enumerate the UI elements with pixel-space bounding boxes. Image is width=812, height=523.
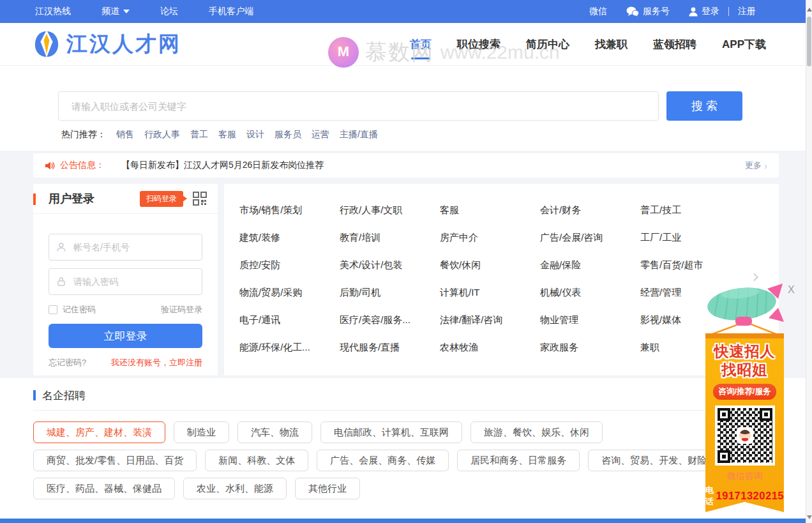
job-category-link[interactable]: 后勤/司机 bbox=[340, 287, 440, 299]
wechat-icon bbox=[626, 6, 639, 17]
hot-link[interactable]: 运营 bbox=[312, 129, 329, 140]
industry-filter-button[interactable]: 制造业 bbox=[174, 421, 229, 443]
section-divider bbox=[33, 410, 779, 411]
industry-filter-button[interactable]: 商贸、批发/零售、日用品、百货 bbox=[33, 450, 197, 471]
job-category-link[interactable]: 物业管理 bbox=[540, 314, 640, 326]
industry-filter-button[interactable]: 其他行业 bbox=[295, 478, 360, 499]
login-form: 记住密码 验证码登录 立即登录 忘记密码? 我还没有账号，立即注册 bbox=[33, 234, 218, 368]
login-title: 用户登录 bbox=[49, 191, 94, 206]
search-button[interactable]: 搜 索 bbox=[666, 91, 742, 121]
job-category-link[interactable]: 机械/仪表 bbox=[540, 287, 640, 299]
login-submit-button[interactable]: 立即登录 bbox=[49, 324, 202, 348]
scrollbar-up-arrow-icon[interactable] bbox=[807, 8, 812, 11]
hot-link[interactable]: 普工 bbox=[190, 129, 208, 140]
notice-text-link[interactable]: 【每日新发布】江汉人才网5月26日新发布岗位推荐 bbox=[121, 160, 324, 171]
nav-item[interactable]: APP下载 bbox=[722, 33, 766, 56]
site-logo[interactable]: 江汉人才网 bbox=[33, 29, 181, 59]
industry-filter-button[interactable]: 新闻、科教、文体 bbox=[205, 450, 308, 471]
scrollbar-track[interactable] bbox=[806, 0, 812, 523]
job-category-link[interactable]: 物流/贸易/采购 bbox=[239, 287, 340, 299]
search-input[interactable] bbox=[58, 91, 659, 121]
industry-filter-button[interactable]: 城建、房产、建材、装潢 bbox=[33, 421, 165, 443]
job-category-link[interactable]: 零售/百货/超市 bbox=[640, 259, 741, 271]
industry-filter-button[interactable]: 电信邮政、计算机、互联网 bbox=[320, 421, 462, 443]
login-panel: 用户登录 扫码登录 记住密码 验证码登录 bbox=[33, 184, 218, 375]
ad-phone-number: 19171320215 bbox=[716, 490, 784, 502]
job-category-link[interactable]: 普工/技工 bbox=[640, 204, 741, 216]
lock-icon bbox=[56, 277, 66, 287]
job-category-link[interactable]: 法律/翻译/咨询 bbox=[440, 314, 540, 326]
section-title: 名企招聘 bbox=[42, 388, 86, 403]
remember-checkbox[interactable] bbox=[49, 305, 57, 314]
qr-pattern bbox=[718, 408, 772, 463]
username-input[interactable] bbox=[49, 234, 202, 261]
job-category-link[interactable]: 餐饮/休闲 bbox=[440, 259, 540, 271]
industry-filter-button[interactable]: 居民和商务、日常服务 bbox=[457, 450, 580, 471]
chevron-right-icon: › bbox=[764, 160, 767, 171]
industry-filter-button[interactable]: 广告、会展、商务、传媒 bbox=[317, 450, 449, 471]
floating-ad: X 快速招人 找昭姐 咨询/推荐/服务 bbox=[703, 281, 799, 514]
job-category-link[interactable]: 医疗/美容/服务... bbox=[340, 314, 440, 326]
job-category-link[interactable]: 客服 bbox=[440, 204, 540, 216]
nav-item[interactable]: 蓝领招聘 bbox=[653, 33, 696, 56]
hot-link[interactable]: 服务员 bbox=[274, 129, 301, 140]
qr-finder-icon bbox=[718, 408, 730, 421]
scan-login-badge[interactable]: 扫码登录 bbox=[140, 191, 183, 207]
password-input[interactable] bbox=[49, 268, 202, 295]
job-category-link[interactable]: 现代服务/直播 bbox=[340, 342, 440, 354]
industry-filter-button[interactable]: 农业、水利、能源 bbox=[183, 478, 287, 499]
topbar-link-wechat[interactable]: 微信 bbox=[589, 6, 607, 17]
job-category-link[interactable]: 广告/会展/咨询 bbox=[540, 232, 640, 244]
topbar-link-hotline[interactable]: 江汉热线 bbox=[35, 6, 71, 17]
industry-filter-button[interactable]: 旅游、餐饮、娱乐、休闲 bbox=[470, 421, 603, 443]
job-category-link[interactable]: 市场/销售/策划 bbox=[239, 204, 340, 216]
ad-qr-caption: 微信咨询 bbox=[727, 471, 763, 482]
hot-link[interactable]: 客服 bbox=[218, 129, 236, 140]
topbar-link-login[interactable]: 登录 bbox=[689, 6, 719, 17]
hot-link[interactable]: 销售 bbox=[116, 129, 134, 140]
job-category-link[interactable]: 电子/通讯 bbox=[239, 314, 340, 326]
hot-link[interactable]: 主播/直播 bbox=[340, 129, 378, 140]
caret-down-icon bbox=[123, 10, 130, 13]
job-category-link[interactable]: 会计/财务 bbox=[540, 204, 640, 216]
topbar-link-mobile-client[interactable]: 手机客户端 bbox=[209, 6, 253, 17]
ad-banner-top-bar bbox=[705, 333, 784, 338]
register-link[interactable]: 我还没有账号，立即注册 bbox=[111, 357, 202, 368]
hot-link[interactable]: 行政人事 bbox=[144, 129, 180, 140]
job-category-link[interactable]: 金融/保险 bbox=[540, 259, 640, 271]
job-category-link[interactable]: 建筑/装修 bbox=[239, 232, 340, 244]
job-category-link[interactable]: 家政服务 bbox=[540, 342, 640, 354]
job-category-link[interactable]: 美术/设计/包装 bbox=[340, 259, 440, 271]
nav-item[interactable]: 找兼职 bbox=[595, 33, 628, 56]
forgot-password-link[interactable]: 忘记密码? bbox=[49, 357, 86, 368]
job-category-link[interactable]: 教育/培训 bbox=[340, 232, 440, 244]
notice-more-link[interactable]: 更多 › bbox=[745, 160, 767, 171]
scrollbar-thumb[interactable] bbox=[807, 17, 811, 66]
scrollbar-down-arrow-icon[interactable] bbox=[807, 515, 812, 519]
industry-filter-button[interactable]: 汽车、物流 bbox=[237, 421, 312, 443]
job-category-link[interactable]: 工厂/工业 bbox=[640, 232, 741, 244]
industry-filter-button[interactable]: 咨询、贸易、开发、财险 bbox=[588, 450, 720, 471]
ad-close-button[interactable]: X bbox=[788, 285, 795, 295]
job-category-link[interactable]: 质控/安防 bbox=[239, 259, 340, 271]
job-category-link[interactable]: 计算机/IT bbox=[440, 287, 540, 299]
topbar-link-service-account[interactable]: 服务号 bbox=[626, 6, 670, 17]
ad-phone-row: 电话 19171320215 bbox=[705, 485, 784, 508]
ad-banner[interactable]: 快速招人 找昭姐 咨询/推荐/服务 微信咨询 电话 19171320215 bbox=[705, 333, 784, 512]
topbar-left: 江汉热线 频道 论坛 手机客户端 bbox=[35, 6, 284, 17]
job-category-link[interactable]: 能源/环保/化工... bbox=[239, 342, 340, 354]
job-category-link[interactable]: 房产中介 bbox=[440, 232, 540, 244]
job-category-link[interactable]: 农林牧渔 bbox=[440, 342, 540, 354]
nav-item[interactable]: 首页 bbox=[410, 33, 432, 56]
topbar-link-register[interactable]: 注册 bbox=[738, 6, 756, 17]
hot-link[interactable]: 设计 bbox=[246, 129, 264, 140]
job-category-link[interactable]: 行政/人事/文职 bbox=[340, 204, 440, 216]
qr-code-icon[interactable] bbox=[192, 191, 207, 206]
nav-item[interactable]: 职位搜索 bbox=[457, 33, 500, 56]
sms-login-link[interactable]: 验证码登录 bbox=[161, 304, 202, 315]
industry-filter-button[interactable]: 医疗、药品、器械、保健品 bbox=[33, 478, 175, 499]
nav-item[interactable]: 简历中心 bbox=[526, 33, 569, 56]
ad-title-line2: 找昭姐 bbox=[722, 361, 768, 379]
topbar-link-channels[interactable]: 频道 bbox=[102, 6, 130, 17]
topbar-link-forum[interactable]: 论坛 bbox=[160, 6, 178, 17]
